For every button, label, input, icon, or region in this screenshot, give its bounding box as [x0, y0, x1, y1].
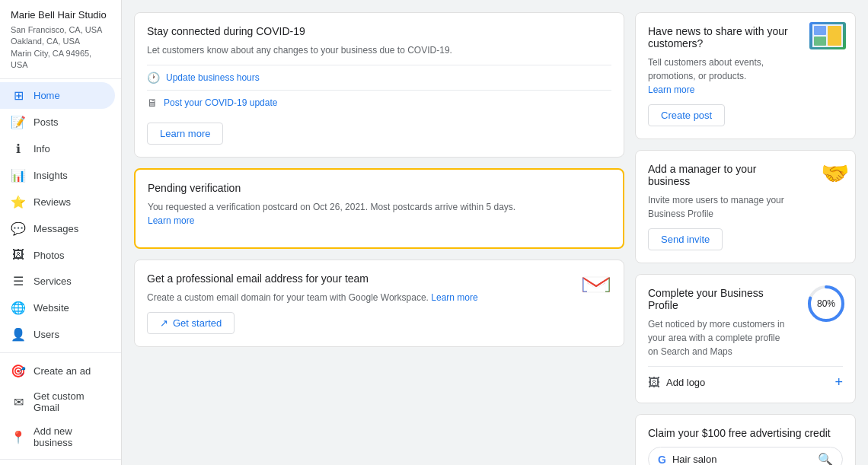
- get-started-button[interactable]: ↗ Get started: [147, 312, 235, 334]
- insights-icon: 📊: [11, 168, 26, 183]
- search-icon: 🔍: [818, 452, 833, 465]
- create-ad-icon: 🎯: [11, 364, 26, 378]
- sidebar-item-label: Website: [34, 302, 69, 314]
- covid-learn-more-button[interactable]: Learn more: [147, 123, 223, 145]
- manager-card-title: Add a manager to your business: [648, 163, 797, 187]
- claim-card: Claim your $100 free advertising credit …: [635, 414, 856, 465]
- create-post-button[interactable]: Create post: [648, 104, 725, 126]
- services-icon: ☰: [11, 274, 26, 288]
- left-column: Stay connected during COVID-19 Let custo…: [134, 12, 624, 453]
- sidebar-item-label: Users: [34, 329, 59, 340]
- right-column: Have news to share with your customers? …: [635, 12, 856, 453]
- gmail-learn-more-link[interactable]: Learn more: [431, 292, 477, 303]
- progress-percent: 80%: [817, 298, 835, 309]
- gmail-card: Get a professional email address for you…: [134, 260, 624, 347]
- profile-card-desc: Get noticed by more customers in your ar…: [648, 317, 790, 358]
- sidebar-item-info[interactable]: ℹ Info: [0, 135, 115, 162]
- plus-icon: +: [834, 374, 843, 390]
- news-card-title: Have news to share with your customers?: [648, 25, 797, 49]
- search-box: G Hair salon 🔍: [648, 447, 843, 465]
- photos-icon: 🖼: [11, 248, 26, 262]
- business-name: Marie Bell Hair Studio: [11, 9, 110, 22]
- covid-card-desc: Let customers know about any changes to …: [147, 43, 611, 57]
- sidebar-item-users[interactable]: 👤 Users: [0, 321, 115, 348]
- add-business-icon: 📍: [11, 430, 26, 444]
- pending-card-title: Pending verification: [148, 182, 611, 194]
- info-icon: ℹ: [11, 142, 26, 156]
- users-icon: 👤: [11, 327, 26, 342]
- manager-card: Add a manager to your business Invite mo…: [635, 150, 856, 263]
- news-card: Have news to share with your customers? …: [635, 12, 856, 139]
- svg-rect-9: [814, 37, 826, 46]
- gmail-card-title: Get a professional email address for you…: [147, 272, 573, 285]
- website-icon: 🌐: [11, 301, 26, 315]
- post-update-label: Post your COVID-19 update: [164, 97, 277, 108]
- news-card-desc: Tell customers about events, promotions,…: [648, 56, 797, 97]
- profile-card-title: Complete your Business Profile: [648, 287, 790, 311]
- sidebar-item-home[interactable]: ⊞ Home: [0, 82, 115, 109]
- add-logo-icon: 🖼: [648, 376, 660, 390]
- sidebar-item-messages[interactable]: 💬 Messages: [0, 215, 115, 242]
- claim-card-title: Claim your $100 free advertising credit: [648, 427, 843, 439]
- sidebar: Marie Bell Hair Studio San Francisco, CA…: [0, 0, 122, 465]
- post-update-link[interactable]: 🖥 Post your COVID-19 update: [147, 90, 611, 115]
- main-content: Stay connected during COVID-19 Let custo…: [122, 0, 868, 465]
- clock-icon: 🕐: [147, 72, 160, 84]
- sidebar-item-custom-gmail[interactable]: ✉ Get custom Gmail: [0, 384, 121, 419]
- address-line2: Oakland, CA, USA: [11, 37, 80, 46]
- sidebar-item-label: Add new business: [34, 425, 110, 448]
- sidebar-item-posts[interactable]: 📝 Posts: [0, 109, 115, 135]
- pending-card: Pending verification You requested a ver…: [134, 168, 624, 249]
- gmail-card-desc: Create a custom email domain for your te…: [147, 291, 573, 304]
- svg-rect-7: [814, 26, 826, 35]
- home-icon: ⊞: [11, 88, 26, 103]
- sidebar-item-reviews[interactable]: ⭐ Reviews: [0, 189, 115, 215]
- google-g-logo: G: [658, 454, 666, 466]
- sidebar-item-label: Reviews: [34, 196, 71, 208]
- pending-card-desc: You requested a verification postcard on…: [148, 200, 611, 228]
- update-hours-label: Update business hours: [166, 72, 260, 83]
- address-line1: San Francisco, CA, USA: [11, 25, 102, 34]
- add-logo-label: Add logo: [666, 377, 705, 388]
- pending-learn-more-link[interactable]: Learn more: [148, 215, 194, 226]
- sidebar-item-label: Get custom Gmail: [34, 390, 110, 413]
- sidebar-nav: ⊞ Home 📝 Posts ℹ Info 📊 Insights ⭐ Revie…: [0, 79, 121, 465]
- reviews-icon: ⭐: [11, 195, 26, 209]
- sidebar-item-label: Home: [34, 90, 60, 101]
- sidebar-item-label: Photos: [34, 250, 64, 261]
- progress-ring: 80%: [806, 284, 846, 323]
- sidebar-item-services[interactable]: ☰ Services: [0, 268, 115, 295]
- messages-icon: 💬: [11, 221, 26, 236]
- profile-card: Complete your Business Profile Get notic…: [635, 274, 856, 403]
- sidebar-item-add-business[interactable]: 📍 Add new business: [0, 419, 121, 454]
- manager-card-desc: Invite more users to manage your Busines…: [648, 193, 797, 221]
- search-query: Hair salon: [672, 454, 812, 465]
- sidebar-item-website[interactable]: 🌐 Website: [0, 295, 115, 321]
- get-started-icon: ↗: [160, 317, 168, 329]
- sidebar-item-label: Info: [34, 143, 50, 154]
- svg-rect-8: [828, 26, 841, 46]
- address-line3: Marin City, CA 94965, USA: [11, 49, 91, 69]
- news-image: [809, 22, 846, 49]
- sidebar-divider: [0, 352, 121, 353]
- gmail-icon: ✉: [11, 395, 26, 409]
- sidebar-item-create-ad[interactable]: 🎯 Create an ad: [0, 358, 121, 384]
- sidebar-item-photos[interactable]: 🖼 Photos: [0, 242, 115, 268]
- sidebar-item-label: Posts: [34, 116, 59, 128]
- covid-card: Stay connected during COVID-19 Let custo…: [134, 12, 624, 158]
- covid-card-title: Stay connected during COVID-19: [147, 25, 611, 37]
- sidebar-divider-2: [0, 459, 121, 460]
- sidebar-item-label: Insights: [34, 170, 68, 181]
- sidebar-item-insights[interactable]: 📊 Insights: [0, 162, 115, 189]
- manager-illustration: 🤝: [821, 160, 849, 186]
- news-learn-more-link[interactable]: Learn more: [648, 84, 694, 95]
- monitor-icon: 🖥: [147, 97, 158, 109]
- business-info: Marie Bell Hair Studio San Francisco, CA…: [0, 0, 121, 79]
- send-invite-button[interactable]: Send invite: [648, 228, 723, 250]
- posts-icon: 📝: [11, 115, 26, 129]
- gmail-logo: [581, 272, 611, 297]
- sidebar-item-label: Services: [34, 275, 72, 287]
- sidebar-item-label: Messages: [34, 223, 78, 234]
- add-logo-row[interactable]: 🖼 Add logo +: [648, 366, 843, 390]
- update-hours-link[interactable]: 🕐 Update business hours: [147, 65, 611, 90]
